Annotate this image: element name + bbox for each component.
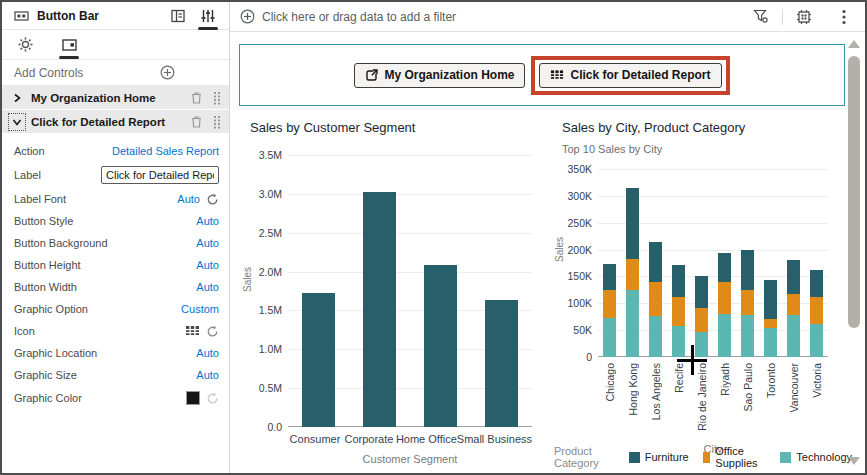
stacked-bar-victoria[interactable] — [810, 270, 823, 357]
segment-office-supplies[interactable] — [672, 297, 685, 326]
segment-technology[interactable] — [649, 316, 662, 357]
prop-button-width: Button Width Auto — [2, 276, 229, 298]
x-category-label: Corporate — [342, 433, 396, 445]
graphic-location-value-link[interactable]: Auto — [196, 347, 219, 359]
x-category-slot: Riyadh — [713, 363, 736, 396]
bar-small-business[interactable] — [485, 300, 518, 427]
my-organization-home-button[interactable]: My Organization Home — [354, 63, 525, 88]
gear-icon[interactable] — [14, 34, 36, 56]
segment-office-supplies[interactable] — [787, 294, 800, 315]
control-item-my-organization-home[interactable]: My Organization Home — [2, 86, 229, 110]
button-bar-visualization[interactable]: My Organization Home Click for Detailed … — [239, 44, 845, 106]
action-value-link[interactable]: Detailed Sales Report — [112, 145, 219, 157]
stacked-bar-los-angeles[interactable] — [649, 242, 662, 357]
trash-icon[interactable] — [190, 91, 203, 105]
segment-furniture[interactable] — [603, 264, 616, 290]
segment-office-supplies[interactable] — [695, 308, 708, 332]
segment-furniture[interactable] — [649, 242, 662, 282]
stacked-bar-rio-de-janeiro[interactable] — [695, 276, 708, 357]
segment-technology[interactable] — [718, 314, 731, 358]
add-circle-icon[interactable] — [117, 62, 220, 84]
segment-office-supplies[interactable] — [626, 259, 639, 290]
scroll-down-arrow[interactable] — [848, 457, 860, 465]
legend-label: Technology — [796, 451, 852, 463]
segment-furniture[interactable] — [787, 260, 800, 293]
chart-title: Sales by Customer Segment — [240, 117, 546, 135]
scrollbar-thumb[interactable] — [848, 56, 860, 328]
filter-placeholder-text[interactable]: Click here or drag data to add a filter — [262, 10, 750, 24]
filter-bar[interactable]: Click here or drag data to add a filter — [230, 2, 865, 32]
stacked-bar-recife[interactable] — [672, 265, 685, 357]
button-background-value-link[interactable]: Auto — [196, 237, 219, 249]
layout-panel-icon[interactable] — [167, 5, 189, 27]
add-controls-row: Add Controls — [2, 60, 229, 86]
segment-office-supplies[interactable] — [649, 282, 662, 316]
segment-office-supplies[interactable] — [603, 290, 616, 318]
reset-icon[interactable] — [206, 325, 219, 338]
stacked-bar-hong-kong[interactable] — [626, 188, 639, 357]
segment-technology[interactable] — [764, 328, 777, 357]
segment-technology[interactable] — [741, 315, 754, 357]
segment-furniture[interactable] — [810, 270, 823, 297]
control-item-click-for-detailed-report[interactable]: Click for Detailed Report — [2, 110, 229, 134]
chart-sales-by-city-product-category[interactable]: Sales by City, Product Category Top 10 S… — [552, 117, 852, 469]
stacked-bar-sao-paulo[interactable] — [741, 250, 754, 357]
vertical-scrollbar[interactable] — [847, 38, 861, 467]
control-button-tab-icon[interactable] — [58, 34, 80, 56]
chevron-right-icon[interactable] — [8, 89, 26, 107]
add-filter-icon[interactable] — [240, 9, 255, 24]
segment-technology[interactable] — [603, 318, 616, 357]
graphic-option-value-link[interactable]: Custom — [181, 303, 219, 315]
trash-icon[interactable] — [190, 115, 203, 129]
stacked-bar-chicago[interactable] — [603, 264, 616, 357]
table-grid-icon[interactable] — [185, 325, 200, 338]
y-tick-label: 150K — [567, 270, 592, 282]
segment-furniture[interactable] — [718, 253, 731, 281]
segment-furniture[interactable] — [741, 250, 754, 291]
button-width-value-link[interactable]: Auto — [196, 281, 219, 293]
segment-technology[interactable] — [787, 315, 800, 357]
button-height-value-link[interactable]: Auto — [196, 259, 219, 271]
segment-furniture[interactable] — [695, 276, 708, 308]
segment-office-supplies[interactable] — [718, 282, 731, 314]
reset-icon[interactable] — [206, 392, 219, 405]
legend-item-furniture[interactable]: Furniture — [629, 451, 689, 463]
segment-furniture[interactable] — [764, 280, 777, 319]
scroll-up-arrow[interactable] — [848, 40, 860, 48]
stacked-bar-vancouver[interactable] — [787, 260, 800, 357]
reset-icon[interactable] — [206, 193, 219, 206]
prop-label: Label — [2, 162, 229, 188]
stacked-bar-toronto[interactable] — [764, 280, 777, 357]
bar-consumer[interactable] — [302, 293, 335, 427]
legend-item-office-supplies[interactable]: Office Supplies — [703, 445, 767, 469]
filter-funnel-icon[interactable] — [750, 6, 772, 28]
label-input[interactable] — [101, 166, 219, 184]
grip-icon[interactable] — [213, 91, 221, 105]
segment-technology[interactable] — [672, 326, 685, 357]
stacked-bar-riyadh[interactable] — [718, 253, 731, 357]
x-category-label: Riyadh — [719, 363, 731, 396]
bar-home-office[interactable] — [424, 265, 457, 427]
sliders-icon[interactable] — [197, 5, 219, 27]
segment-office-supplies[interactable] — [741, 290, 754, 315]
graphic-size-value-link[interactable]: Auto — [196, 369, 219, 381]
color-swatch[interactable] — [186, 391, 200, 405]
bar-corporate[interactable] — [363, 192, 396, 427]
bars-container — [288, 155, 532, 427]
legend-item-technology[interactable]: Technology — [780, 451, 852, 463]
button-style-value-link[interactable]: Auto — [196, 215, 219, 227]
menu-kebab-icon[interactable] — [833, 6, 855, 28]
segment-office-supplies[interactable] — [810, 297, 823, 323]
canvas-settings-icon[interactable] — [793, 6, 815, 28]
chart-sales-by-customer-segment[interactable]: Sales by Customer Segment Sales 0.00.5M1… — [240, 117, 546, 475]
segment-furniture[interactable] — [672, 265, 685, 297]
segment-technology[interactable] — [626, 290, 639, 357]
segment-technology[interactable] — [810, 324, 823, 357]
segment-furniture[interactable] — [626, 188, 639, 259]
label-font-value-link[interactable]: Auto — [177, 193, 200, 205]
grip-icon[interactable] — [213, 115, 221, 129]
segment-technology[interactable] — [695, 332, 708, 357]
segment-office-supplies[interactable] — [764, 319, 777, 328]
chevron-down-icon[interactable] — [8, 113, 26, 131]
click-for-detailed-report-button[interactable]: Click for Detailed Report — [539, 63, 721, 88]
